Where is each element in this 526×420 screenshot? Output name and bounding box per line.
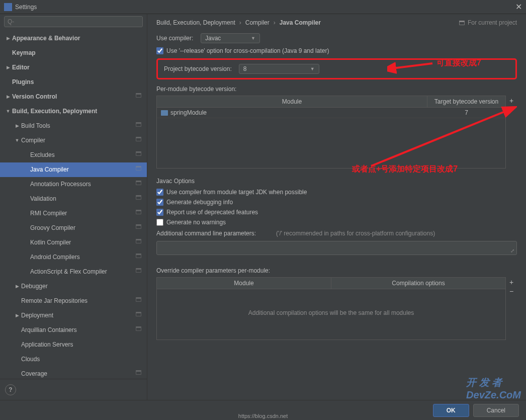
sidebar-item-label: RMI Compiler	[30, 208, 147, 219]
sidebar-item-coverage[interactable]: Coverage	[0, 367, 147, 379]
sidebar-item-deployment[interactable]: ▶Deployment	[0, 308, 147, 323]
ok-button[interactable]: OK	[433, 404, 469, 417]
use-compiler-label: Use compiler:	[156, 35, 201, 42]
search-input[interactable]	[4, 16, 143, 27]
sidebar-item-keymap[interactable]: Keymap	[0, 46, 147, 60]
svg-rect-31	[136, 370, 141, 371]
project-icon	[135, 252, 142, 263]
sidebar-item-label: Excludes	[30, 150, 147, 160]
sidebar-item-version-control[interactable]: ▶Version Control	[0, 90, 147, 104]
sidebar-item-actionscript-flex-compiler[interactable]: ActionScript & Flex Compiler	[0, 265, 147, 279]
project-icon	[135, 194, 142, 204]
th-override-options[interactable]: Compilation options	[331, 278, 505, 289]
chevron-icon: ▶	[13, 310, 21, 321]
sidebar-item-label: Groovy Compiler	[30, 223, 147, 233]
sidebar-item-android-compilers[interactable]: Android Compilers	[0, 250, 147, 265]
sidebar-item-annotation-processors[interactable]: Annotation Processors	[0, 177, 147, 192]
sidebar-item-clouds[interactable]: Clouds	[0, 352, 147, 367]
bytecode-label: Project bytecode version:	[164, 65, 232, 72]
chevron-icon: ▶	[4, 92, 12, 102]
add-params-hint: ('/' recommended in paths for cross-plat…	[276, 230, 435, 237]
chevron-icon: ▼	[4, 106, 12, 117]
sidebar-item-label: Build, Execution, Deployment	[12, 106, 147, 117]
expand-icon[interactable]: ⤢	[510, 248, 514, 254]
opt4-checkbox[interactable]	[156, 219, 163, 226]
sidebar-item-remote-jar-repositories[interactable]: Remote Jar Repositories	[0, 294, 147, 308]
folder-icon	[161, 110, 168, 116]
svg-rect-19	[136, 239, 141, 240]
chevron-icon: ▶	[4, 62, 12, 73]
sidebar-item-validation[interactable]: Validation	[0, 192, 147, 206]
remove-button[interactable]: −	[506, 106, 517, 114]
app-icon	[4, 3, 12, 11]
bytecode-select[interactable]: 8 ▼	[239, 64, 319, 74]
sidebar-item-appearance-behavior[interactable]: ▶Appearance & Behavior	[0, 31, 147, 46]
table-row[interactable]: springModule 7	[157, 108, 505, 118]
sidebar-item-label: Validation	[30, 194, 147, 204]
project-icon	[135, 369, 142, 379]
svg-rect-7	[136, 151, 141, 152]
th-override-module[interactable]: Module	[157, 278, 331, 289]
empty-message: Additional compilation options will be t…	[157, 289, 505, 337]
sidebar-item-application-servers[interactable]: Application Servers	[0, 338, 147, 352]
project-icon	[135, 310, 142, 321]
svg-rect-5	[136, 137, 141, 138]
svg-rect-17	[136, 224, 141, 225]
sidebar: ▶Appearance & BehaviorKeymap▶EditorPlugi…	[0, 14, 147, 400]
svg-rect-21	[136, 254, 141, 255]
th-target[interactable]: Target bytecode version	[427, 96, 505, 107]
add-override-button[interactable]: +	[506, 278, 517, 286]
sidebar-item-label: Clouds	[21, 354, 147, 365]
sidebar-item-build-execution-deployment[interactable]: ▼Build, Execution, Deployment	[0, 104, 147, 119]
content-pane: Build, Execution, Deployment › Compiler …	[147, 14, 526, 400]
sidebar-item-label: Plugins	[12, 77, 147, 88]
opt1-checkbox[interactable]	[156, 189, 163, 196]
chevron-icon: ▶	[4, 33, 12, 44]
sidebar-item-excludes[interactable]: Excludes	[0, 148, 147, 162]
sidebar-item-label: Build Tools	[21, 121, 147, 131]
sidebar-item-label: Arquillian Containers	[21, 325, 147, 335]
opt2-checkbox[interactable]	[156, 199, 163, 206]
sidebar-item-label: Debugger	[21, 281, 147, 292]
sidebar-item-compiler[interactable]: ▼Compiler	[0, 133, 147, 148]
add-button[interactable]: +	[506, 97, 517, 105]
add-params-label: Additional command line parameters:	[156, 230, 256, 237]
project-icon	[135, 92, 142, 102]
sidebar-item-arquillian-containers[interactable]: Arquillian Containers	[0, 323, 147, 338]
sidebar-item-java-compiler[interactable]: Java Compiler	[0, 162, 147, 177]
sidebar-item-kotlin-compiler[interactable]: Kotlin Compiler	[0, 235, 147, 250]
sidebar-item-label: Appearance & Behavior	[12, 33, 147, 44]
cancel-button[interactable]: Cancel	[473, 404, 519, 417]
svg-rect-27	[136, 312, 141, 313]
sidebar-item-plugins[interactable]: Plugins	[0, 75, 147, 90]
crumb-1[interactable]: Compiler	[245, 19, 270, 26]
svg-rect-23	[136, 268, 141, 269]
close-icon[interactable]: ✕	[515, 2, 522, 12]
breadcrumb: Build, Execution, Deployment › Compiler …	[156, 19, 517, 26]
use-compiler-select[interactable]: Javac ▼	[201, 33, 260, 43]
settings-tree: ▶Appearance & BehaviorKeymap▶EditorPlugi…	[0, 29, 147, 379]
th-module[interactable]: Module	[157, 96, 427, 107]
sidebar-item-build-tools[interactable]: ▶Build Tools	[0, 119, 147, 133]
sidebar-item-rmi-compiler[interactable]: RMI Compiler	[0, 206, 147, 221]
release-option-checkbox[interactable]	[156, 47, 163, 54]
opt3-checkbox[interactable]	[156, 209, 163, 216]
sidebar-item-editor[interactable]: ▶Editor	[0, 60, 147, 75]
sidebar-item-label: Java Compiler	[30, 164, 147, 175]
project-icon	[135, 121, 142, 131]
sidebar-item-debugger[interactable]: ▶Debugger	[0, 279, 147, 294]
sidebar-item-groovy-compiler[interactable]: Groovy Compiler	[0, 221, 147, 235]
chevron-down-icon: ▼	[310, 66, 315, 71]
crumb-0[interactable]: Build, Execution, Deployment	[156, 19, 235, 26]
chevron-icon: ▼	[13, 135, 21, 146]
sidebar-item-label: Keymap	[12, 48, 147, 58]
remove-override-button[interactable]: −	[506, 287, 517, 295]
chevron-icon: ▶	[13, 281, 21, 292]
svg-rect-15	[136, 210, 141, 211]
project-icon	[135, 325, 142, 335]
help-icon[interactable]: ?	[5, 384, 16, 395]
add-params-field[interactable]: ⤢	[156, 241, 517, 255]
chevron-icon: ▶	[13, 121, 21, 131]
project-icon	[135, 267, 142, 277]
titlebar: Settings ✕	[0, 0, 526, 14]
